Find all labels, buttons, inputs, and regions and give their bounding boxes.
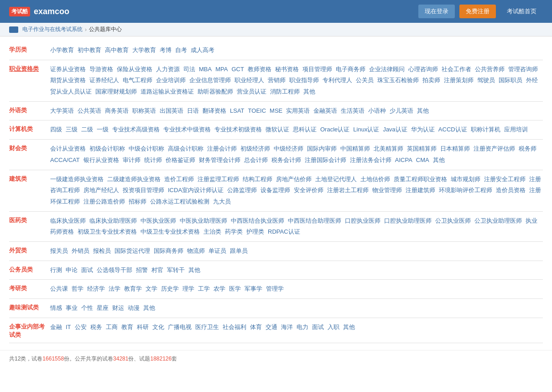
footer-question-count[interactable]: 1882126 <box>150 355 172 362</box>
category-link[interactable]: 一级建造师执业资格 <box>50 176 104 183</box>
category-link[interactable]: 大学英语 <box>50 107 74 114</box>
category-link[interactable]: MSE <box>270 107 282 114</box>
category-link[interactable]: 保险从业资格 <box>117 66 152 73</box>
category-link[interactable]: 国际商务师 <box>154 247 183 254</box>
category-link[interactable]: LSAT <box>230 107 245 114</box>
category-link[interactable]: 二级建造师执业资格 <box>107 176 161 183</box>
category-link[interactable]: 中国精算师 <box>340 145 370 152</box>
category-link[interactable]: 注册资产评估师 <box>474 145 515 152</box>
category-link[interactable]: 审计师 <box>123 157 141 163</box>
category-link[interactable]: 理学 <box>182 285 194 292</box>
category-link[interactable]: 自考 <box>175 47 187 53</box>
category-link[interactable]: 注册会计师 <box>207 145 237 152</box>
category-link[interactable]: 单证员 <box>208 247 226 254</box>
category-link[interactable]: 会计从业资格 <box>50 145 86 152</box>
category-link[interactable]: 应用培训 <box>504 126 528 133</box>
category-link[interactable]: 初级卫生专业技术资格 <box>78 228 137 235</box>
category-link[interactable]: AICPA <box>395 157 412 163</box>
category-link[interactable]: 土地估价师 <box>360 176 390 183</box>
category-link[interactable]: 注册公路造价师 <box>83 198 125 205</box>
category-link[interactable]: 初级经济师 <box>240 145 270 152</box>
category-link[interactable]: 管理咨询师 <box>508 66 538 73</box>
category-link[interactable]: 城市规划师 <box>451 176 480 183</box>
category-link[interactable]: 其他 <box>143 304 155 311</box>
category-link[interactable]: 教育学 <box>124 285 142 292</box>
category-link[interactable]: 中级会计职称 <box>129 145 164 152</box>
category-link[interactable]: 社会福利 <box>223 324 246 330</box>
category-link[interactable]: 公安 <box>75 324 87 330</box>
register-button[interactable]: 免费注册 <box>459 5 496 18</box>
category-link[interactable]: 国际内审师 <box>307 145 337 152</box>
category-link[interactable]: 村官 <box>151 267 163 273</box>
category-link[interactable]: 质量工程师职业资格 <box>394 176 447 183</box>
category-link[interactable]: 四级 <box>50 126 62 133</box>
category-link[interactable]: 财务管理会计师 <box>199 157 240 163</box>
category-link[interactable]: RDPAC认证 <box>268 228 300 235</box>
category-link[interactable]: 中医执业助理医师 <box>180 217 227 224</box>
category-link[interactable]: 注册监理工程师 <box>198 176 239 183</box>
category-link[interactable]: 专业技术初级资格 <box>214 126 262 133</box>
category-link[interactable]: 司法 <box>183 66 195 73</box>
category-link[interactable]: 临床执业医师 <box>50 217 86 224</box>
category-link[interactable]: 公共营养师 <box>475 66 505 73</box>
category-link[interactable]: 营业员认证 <box>237 88 266 95</box>
category-link[interactable]: 小语种 <box>368 107 386 114</box>
category-link[interactable]: 高级会计职称 <box>168 145 203 152</box>
category-link[interactable]: 农学 <box>214 285 225 292</box>
category-link[interactable]: 科研 <box>137 324 149 330</box>
category-link[interactable]: 事业 <box>66 304 78 311</box>
category-link[interactable]: 动漫 <box>128 304 140 311</box>
category-link[interactable]: 教育 <box>121 324 133 330</box>
category-link[interactable]: 考博 <box>160 47 172 53</box>
category-link[interactable]: 金融英语 <box>313 107 337 114</box>
category-link[interactable]: 口腔执业助理医师 <box>384 217 432 224</box>
category-link[interactable]: 护理类 <box>246 228 264 235</box>
category-link[interactable]: 出国英语 <box>160 107 183 114</box>
category-link[interactable]: 英国精算师 <box>407 145 437 152</box>
category-link[interactable]: 医学 <box>229 285 241 292</box>
category-link[interactable]: 中级经济师 <box>274 145 303 152</box>
category-link[interactable]: 公路水运工程试验检测 <box>150 198 209 205</box>
category-link[interactable]: 二级 <box>81 126 93 133</box>
category-link[interactable]: 注册策划师 <box>444 77 474 84</box>
category-link[interactable]: 注册安全工程师 <box>484 176 526 183</box>
category-link[interactable]: 哲学 <box>72 285 83 292</box>
category-link[interactable]: 申论 <box>66 267 78 273</box>
category-link[interactable]: 企业法律顾问 <box>369 66 405 73</box>
category-link[interactable]: 秘书资格 <box>275 66 299 73</box>
category-link[interactable]: 企业培训师 <box>156 77 186 84</box>
category-link[interactable]: 国际货运代理 <box>115 247 150 254</box>
category-link[interactable]: 道路运输从业资格证 <box>141 88 194 95</box>
category-link[interactable]: 电力 <box>297 324 308 330</box>
category-link[interactable]: MPA <box>215 66 228 73</box>
category-link[interactable]: 高中教育 <box>105 47 129 53</box>
category-link[interactable]: 成人高考 <box>191 47 214 53</box>
category-link[interactable]: 思科认证 <box>293 126 317 133</box>
category-link[interactable]: 国际职员 <box>499 77 522 84</box>
category-link[interactable]: 财运 <box>112 304 124 311</box>
category-link[interactable]: 情感 <box>50 304 62 311</box>
category-link[interactable]: 面试 <box>312 324 324 330</box>
category-link[interactable]: 药学类 <box>225 228 243 235</box>
category-link[interactable]: 工学 <box>198 285 210 292</box>
category-link[interactable]: Oracle认证 <box>320 126 349 133</box>
category-link[interactable]: 其他 <box>188 267 200 273</box>
category-link[interactable]: 金融 <box>50 324 62 330</box>
category-link[interactable]: 其他 <box>343 324 355 330</box>
category-link[interactable]: 面试 <box>81 267 93 273</box>
category-link[interactable]: 营销师 <box>268 77 286 84</box>
category-link[interactable]: 设备监理师 <box>260 187 290 193</box>
category-link[interactable]: 中医执业医师 <box>141 217 176 224</box>
category-link[interactable]: 驾驶员 <box>477 77 495 84</box>
category-link[interactable]: 初级会计职称 <box>89 145 125 152</box>
category-link[interactable]: 助听器验配师 <box>198 88 233 95</box>
category-link[interactable]: 公关员 <box>356 77 374 84</box>
category-link[interactable]: 专业技术高级资格 <box>112 126 160 133</box>
category-link[interactable]: 公卫执业助理医师 <box>474 217 522 224</box>
category-link[interactable]: TOEIC <box>248 107 266 114</box>
home-button[interactable]: 考试酷首页 <box>500 5 543 18</box>
category-link[interactable]: 注册国际会计师 <box>305 157 346 163</box>
category-link[interactable]: 珠宝玉石检验师 <box>377 77 419 84</box>
category-link[interactable]: 注册建筑师 <box>406 187 435 193</box>
footer-share-count[interactable]: 34281 <box>113 355 128 362</box>
